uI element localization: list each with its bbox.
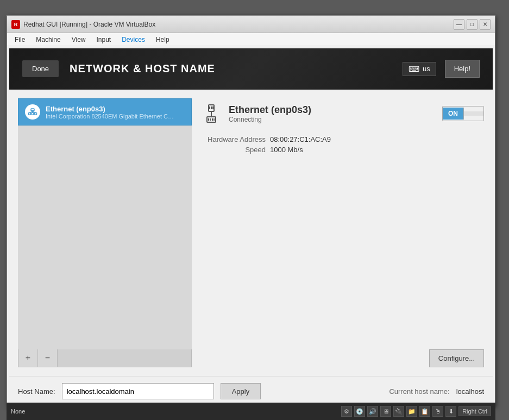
add-interface-button[interactable]: + [18,349,38,367]
interfaces-list-area [18,126,192,349]
detail-interface-status: Connecting [229,116,311,123]
taskbar-icon-5[interactable]: 🔌 [393,406,404,417]
hw-address-row: Hardware Address 08:00:27:C1:AC:A9 [200,135,484,143]
taskbar-icon-8[interactable]: 🖱 [432,406,443,417]
toggle-off-area [464,111,483,116]
menu-machine[interactable]: Machine [30,35,66,45]
detail-iface-info: Ethernet (enp0s3) Connecting [200,103,311,124]
vbox-window: R Redhat GUI [Running] - Oracle VM Virtu… [7,15,495,406]
taskbar-icon-6[interactable]: 📁 [406,406,417,417]
current-hostname-value: localhost [456,387,484,396]
interfaces-panel: Ethernet (enp0s3) Intel Corporation 8254… [18,98,192,367]
svg-rect-0 [29,113,31,115]
configure-area: Configure... [200,341,484,367]
hardware-details: Hardware Address 08:00:27:C1:AC:A9 Speed… [200,135,484,156]
hw-speed-value: 1000 Mb/s [270,146,303,154]
configure-button[interactable]: Configure... [429,349,484,367]
current-hostname-label: Current host name: [389,387,449,396]
interface-info: Ethernet (enp0s3) Intel Corporation 8254… [46,105,185,120]
taskbar-icon-9[interactable]: ⬇ [445,406,456,417]
toggle-on-label: ON [443,108,464,120]
taskbar-icon-2[interactable]: 💿 [354,406,365,417]
taskbar-icon-4[interactable]: 🖥 [380,406,391,417]
interface-name: Ethernet (enp0s3) [46,105,185,113]
menu-input[interactable]: Input [91,35,117,45]
taskbar-icon-3[interactable]: 🔊 [367,406,378,417]
installer-title: NETWORK & HOST NAME [70,62,215,75]
hw-address-label: Hardware Address [200,135,266,143]
restore-button[interactable]: □ [467,19,477,30]
installer-body: Ethernet (enp0s3) Intel Corporation 8254… [9,90,493,406]
svg-rect-3 [31,109,34,111]
done-button[interactable]: Done [22,60,59,77]
hw-address-value: 08:00:27:C1:AC:A9 [270,135,331,143]
remove-interface-button[interactable]: − [38,349,58,367]
hw-speed-label: Speed [200,146,266,154]
minimize-button[interactable]: — [454,19,464,30]
hostname-input[interactable] [62,383,214,399]
right-ctrl-label: Right Ctrl [458,406,491,416]
app-icon: R [11,20,20,29]
taskbar-icon-7[interactable]: 📋 [419,406,430,417]
close-button[interactable]: ✕ [480,19,491,30]
title-bar: R Redhat GUI [Running] - Oracle VM Virtu… [7,16,495,33]
installer-content: Done NETWORK & HOST NAME ⌨ us Help! [9,48,493,406]
interface-icon [25,104,40,120]
svg-rect-2 [35,113,37,115]
toggle-switch[interactable]: ON [442,106,484,121]
menu-help[interactable]: Help [150,35,175,45]
svg-rect-1 [32,113,34,115]
window-title: Redhat GUI [Running] - Oracle VM Virtual… [23,21,155,28]
hostname-label: Host Name: [18,387,55,396]
taskbar-icon-1[interactable]: ⚙ [341,406,352,417]
menu-view[interactable]: View [66,35,91,45]
apply-button[interactable]: Apply [221,383,261,399]
language-code: us [423,65,430,73]
detail-header: Ethernet (enp0s3) Connecting ON [200,98,484,131]
hostname-area: Host Name: Apply Current host name: loca… [9,376,493,406]
language-indicator[interactable]: ⌨ us [403,62,436,76]
detail-interface-name: Ethernet (enp0s3) [229,104,311,116]
installer-header: Done NETWORK & HOST NAME ⌨ us Help! [9,48,493,90]
keyboard-icon: ⌨ [409,65,419,73]
menu-file[interactable]: File [9,35,30,45]
interfaces-toolbar: + − [18,349,192,367]
details-panel: Ethernet (enp0s3) Connecting ON Hardwar [200,98,484,367]
taskbar-none-label: None [11,408,25,415]
help-button[interactable]: Help! [445,60,480,78]
taskbar-right: ⚙ 💿 🔊 🖥 🔌 📁 📋 🖱 ⬇ Right Ctrl [341,406,491,417]
interface-description: Intel Corporation 82540EM Gigabit Ethern… [46,113,176,120]
hw-speed-row: Speed 1000 Mb/s [200,146,484,154]
ethernet-icon [200,103,222,124]
taskbar: None ⚙ 💿 🔊 🖥 🔌 📁 📋 🖱 ⬇ Right Ctrl [7,403,495,420]
menu-bar: File Machine View Input Devices Help [7,33,495,46]
interface-item[interactable]: Ethernet (enp0s3) Intel Corporation 8254… [18,98,192,126]
menu-devices[interactable]: Devices [116,35,150,45]
